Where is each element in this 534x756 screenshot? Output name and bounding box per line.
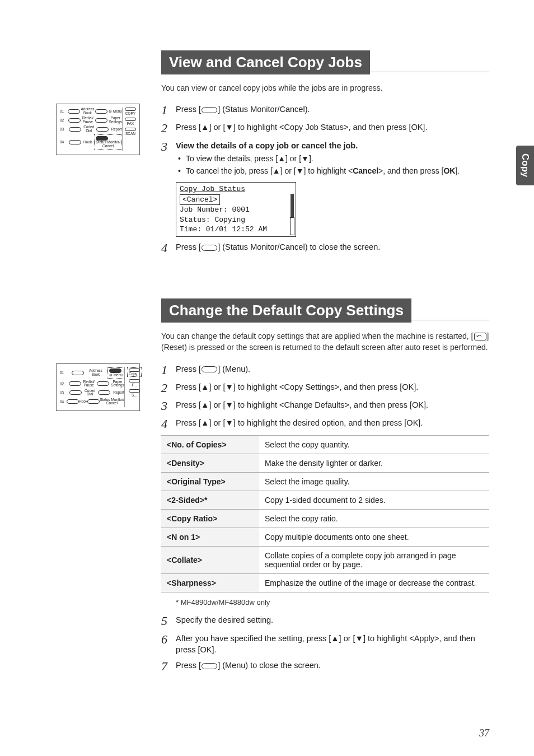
pill-button-icon [202,663,217,669]
section1-title: View and Cancel Copy Jobs [161,50,370,74]
pill-button-icon [202,245,217,251]
pill-button-icon [202,366,217,372]
section1-step1: 1 Press [] (Status Monitor/Cancel). [161,104,489,117]
page-number: 37 [479,727,489,739]
section1-step4: 4 Press [] (Status Monitor/Cancel) to cl… [161,241,489,255]
section2-step1: 1 Press [] (Menu). [161,363,489,377]
setting-value: Select the image quality. [259,473,489,491]
section2-title-row: Change the Default Copy Settings [161,298,489,323]
pill-button-icon [202,107,217,113]
section2-step7: 7 Press [] (Menu) to close the screen. [161,660,489,673]
setting-key: <Density> [161,454,259,473]
section2-step4: 4 Press [▲] or [▼] to highlight the desi… [161,417,489,431]
status-monitor-highlight: Status Monitor/ Cancel [94,134,122,150]
section2-step5: 5 Specify the desired setting. [161,614,489,628]
section2-step6: 6 After you have specified the setting, … [161,633,489,656]
table-row: <Sharpness>Emphasize the outline of the … [161,574,489,592]
setting-key: <N on 1> [161,528,259,547]
section1-step3: 3 View the details of a copy job or canc… [161,140,489,178]
setting-value: Make the density lighter or darker. [259,454,489,473]
table-row: <N on 1>Copy multiple documents onto one… [161,528,489,547]
menu-highlight: ⊛ Menu [107,367,124,379]
setting-value: Select the copy quantity. [259,436,489,454]
table-row: <No. of Copies>Select the copy quantity. [161,436,489,454]
title-divider [411,320,489,320]
setting-key: <Original Type> [161,473,259,491]
circle-icon: ⊛ [109,109,112,114]
setting-value: Select the copy ratio. [259,510,489,528]
table-row: <Copy Ratio>Select the copy ratio. [161,510,489,528]
section2-title: Change the Default Copy Settings [161,298,411,323]
device-diagram-status: 01 Address Book ⊛ Menu 02 Redial/ Pause … [56,104,140,155]
setting-value: Copy 1-sided document to 2 sides. [259,491,489,510]
settings-table: <No. of Copies>Select the copy quantity.… [161,435,489,592]
table-row: <2-Sided>*Copy 1-sided document to 2 sid… [161,491,489,510]
table-row: <Original Type>Select the image quality. [161,473,489,491]
section2-step3: 3 Press [▲] or [▼] to highlight <Change … [161,399,489,413]
setting-value: Collate copies of a complete copy job ar… [259,547,489,574]
table-row: <Collate>Collate copies of a complete co… [161,547,489,574]
title-divider [370,72,489,72]
setting-key: <Copy Ratio> [161,510,259,528]
lcd-display: Copy Job Status <Cancel> Job Number: 000… [176,182,296,237]
section2-step2: 2 Press [▲] or [▼] to highlight <Copy Se… [161,381,489,395]
section1-intro: You can view or cancel copy jobs while t… [161,82,489,94]
device-diagram-menu: 01 Address Book ⊛ Menu 02 Redial/ Pause [56,363,140,411]
footnote: * MF4890dw/MF4880dw only [176,598,489,606]
setting-value: Copy multiple documents onto one sheet. [259,528,489,547]
setting-key: <2-Sided>* [161,491,259,510]
setting-value: Emphasize the outline of the image or de… [259,574,489,592]
scrollbar-icon [291,194,294,235]
setting-key: <Collate> [161,547,259,574]
copy-highlight: Copy [127,367,142,377]
side-tab: Copy [516,146,534,185]
setting-key: <Sharpness> [161,574,259,592]
section1-step2: 2 Press [▲] or [▼] to highlight <Copy Jo… [161,122,489,135]
section2-intro: You can change the default copy settings… [161,330,489,353]
reset-icon [474,333,486,340]
table-row: <Density>Make the density lighter or dar… [161,454,489,473]
section1-title-row: View and Cancel Copy Jobs [161,50,489,74]
circle-icon: ⊛ [109,373,113,377]
setting-key: <No. of Copies> [161,436,259,454]
